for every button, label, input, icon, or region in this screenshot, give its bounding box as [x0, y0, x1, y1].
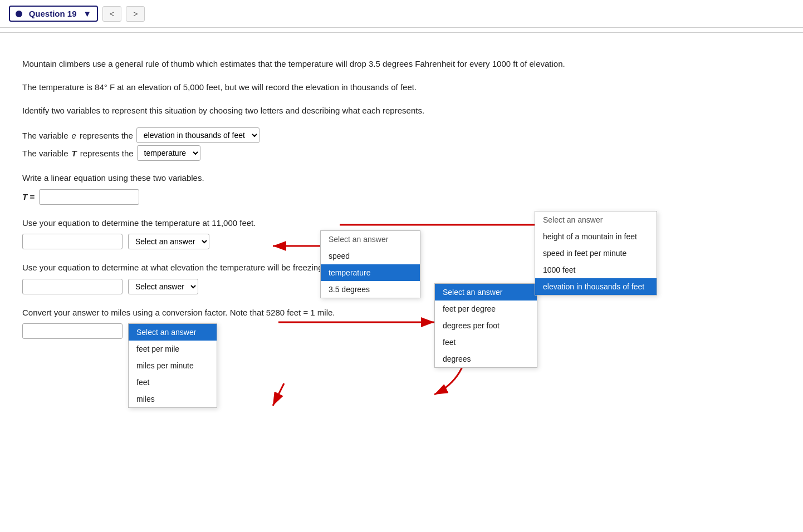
freezing-input[interactable]: [22, 279, 123, 294]
e-option-4[interactable]: elevation in thousands of feet: [535, 278, 657, 295]
variable-t-middle: represents the: [80, 149, 134, 158]
paragraph-3: Identify two variables to represent this…: [22, 104, 590, 117]
units-option-3[interactable]: feet: [435, 334, 537, 351]
units-dropdown[interactable]: Select an answer feet per degree degrees…: [434, 283, 537, 368]
e-option-1[interactable]: height of a mountain in feet: [535, 228, 657, 245]
t-option-temperature[interactable]: temperature: [321, 264, 420, 281]
equation-prompt: Write a linear equation using these two …: [22, 172, 590, 185]
variable-e-prefix: The variable: [22, 131, 68, 140]
equation-variable: T =: [22, 192, 35, 201]
miles-option-4[interactable]: miles: [129, 391, 217, 407]
e-option-2[interactable]: speed in feet per minute: [535, 245, 657, 262]
paragraph-1: Mountain climbers use a general rule of …: [22, 57, 590, 71]
paragraph-2: The temperature is 84° F at an elevation…: [22, 81, 590, 94]
question-selector[interactable]: Question 19 ▼: [9, 6, 98, 22]
variable-t-prefix: The variable: [22, 149, 68, 158]
equation-input[interactable]: [39, 189, 139, 205]
temp-prompt: Use your equation to determine the tempe…: [22, 217, 590, 230]
t-dropdown-header: Select an answer: [321, 231, 420, 248]
miles-input[interactable]: [22, 323, 123, 339]
variable-t-select[interactable]: temperature: [137, 145, 200, 161]
variable-e-middle: represents the: [80, 131, 133, 140]
temp-input[interactable]: [22, 234, 123, 249]
t-option-speed[interactable]: speed: [321, 248, 420, 264]
question-label: Question 19: [29, 9, 77, 18]
t-variable-dropdown[interactable]: Select an answer speed temperature 3.5 d…: [320, 230, 420, 298]
freezing-select[interactable]: Select answer: [128, 279, 198, 294]
e-dropdown-header: Select an answer: [535, 211, 657, 228]
next-button[interactable]: >: [126, 6, 145, 22]
units-option-1[interactable]: feet per degree: [435, 301, 537, 317]
freezing-prompt: Use your equation to determine at what e…: [22, 262, 590, 274]
variable-t-letter: T: [72, 149, 77, 158]
units-dropdown-header: Select an answer: [435, 284, 537, 301]
e-option-3[interactable]: 1000 feet: [535, 262, 657, 278]
question-dot: [16, 11, 22, 17]
e-variable-dropdown[interactable]: Select an answer height of a mountain in…: [535, 211, 657, 295]
miles-dropdown-header[interactable]: Select an answer: [129, 324, 217, 341]
prev-button[interactable]: <: [102, 6, 121, 22]
miles-option-2[interactable]: miles per minute: [129, 357, 217, 374]
miles-option-1[interactable]: feet per mile: [129, 341, 217, 357]
chevron-down-icon: ▼: [83, 9, 91, 18]
variable-e-select[interactable]: elevation in thousands of feet: [136, 127, 259, 143]
miles-dropdown[interactable]: Select an answer feet per mile miles per…: [128, 323, 217, 408]
units-option-2[interactable]: degrees per foot: [435, 317, 537, 334]
units-option-4[interactable]: degrees: [435, 351, 537, 367]
variable-e-letter: e: [72, 131, 76, 140]
miles-option-3[interactable]: feet: [129, 374, 217, 391]
temp-select[interactable]: Select an answer: [128, 234, 209, 249]
t-option-degrees[interactable]: 3.5 degrees: [321, 281, 420, 298]
